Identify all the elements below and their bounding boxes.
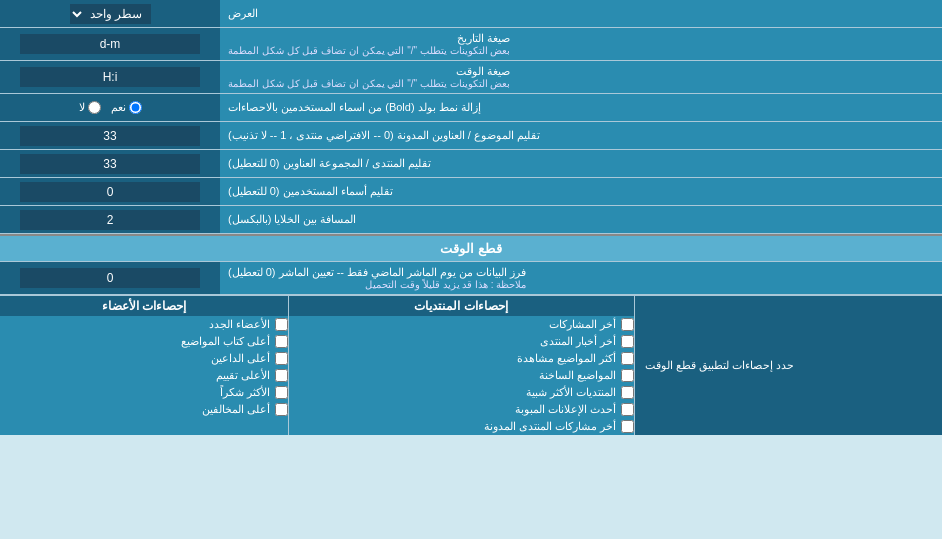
date-format-note: بعض التكوينات يتطلب "/" التي يمكن ان تضا… <box>228 45 510 56</box>
user-trim-input[interactable] <box>20 182 200 202</box>
checkbox-akhir-mosharkaat-montada-input[interactable] <box>621 420 634 433</box>
topic-order-text: تقليم الموضوع / العناوين المدونة (0 -- ا… <box>228 129 540 142</box>
cutoff-title: فرز البيانات من يوم الماشر الماضي فقط --… <box>228 266 526 279</box>
member-stats-header: إحصاءات الأعضاء <box>0 296 288 316</box>
checkbox-a3la-kotab-input[interactable] <box>275 335 288 348</box>
checkbox-a3la-mokhalifeen: أعلى المخالفين <box>0 401 288 418</box>
time-format-title: صيغة الوقت <box>228 65 510 78</box>
bold-remove-row: إزالة نمط بولد (Bold) من اسماء المستخدمي… <box>0 94 942 122</box>
checkbox-a3la-da3een-input[interactable] <box>275 352 288 365</box>
bold-remove-no-radio[interactable] <box>88 101 101 114</box>
bold-remove-yes-radio[interactable] <box>129 101 142 114</box>
display-title: العرض <box>228 7 258 20</box>
forum-order-label: تقليم المنتدى / المجموعة العناوين (0 للت… <box>220 150 942 177</box>
user-trim-label: تقليم أسماء المستخدمين (0 للتعطيل) <box>220 178 942 205</box>
member-stats-col: إحصاءات الأعضاء الأعضاء الجدد أعلى كتاب … <box>0 296 288 435</box>
checkbox-akthar-shokran-input[interactable] <box>275 386 288 399</box>
bold-remove-text: إزالة نمط بولد (Bold) من اسماء المستخدمي… <box>228 101 481 114</box>
checkbox-akhir-mosharkaat: أخر المشاركات <box>289 316 634 333</box>
time-format-input-container[interactable] <box>0 61 220 93</box>
cutoff-input[interactable] <box>20 268 200 288</box>
user-trim-input-container[interactable] <box>0 178 220 205</box>
checkbox-mawadee3-sakhena-input[interactable] <box>621 369 634 382</box>
checkbox-akhir-akhbar-input[interactable] <box>621 335 634 348</box>
cutoff-stats-label-text: حدد إحصاءات لتطبيق قطع الوقت <box>645 359 794 372</box>
checkbox-akthar-mawadee3-input[interactable] <box>621 352 634 365</box>
checkbox-a3daa-jodod: الأعضاء الجدد <box>0 316 288 333</box>
display-label: العرض <box>220 0 942 27</box>
time-format-label: صيغة الوقت بعض التكوينات يتطلب "/" التي … <box>220 61 942 93</box>
cell-spacing-input[interactable] <box>20 210 200 230</box>
date-format-title: صيغة التاريخ <box>228 32 510 45</box>
date-format-row: صيغة التاريخ بعض التكوينات يتطلب "/" الت… <box>0 28 942 61</box>
checkbox-a3la-taqeem-input[interactable] <box>275 369 288 382</box>
cutoff-row: فرز البيانات من يوم الماشر الماضي فقط --… <box>0 262 942 295</box>
cutoff-stats-label: حدد إحصاءات لتطبيق قطع الوقت <box>634 296 943 435</box>
checkbox-montadayat-akthar: المنتديات الأكثر شبية <box>289 384 634 401</box>
forum-order-text: تقليم المنتدى / المجموعة العناوين (0 للت… <box>228 157 431 170</box>
checkbox-ahdat-e3lanat: أحدث الإعلانات المبوبة <box>289 401 634 418</box>
date-format-label: صيغة التاريخ بعض التكوينات يتطلب "/" الت… <box>220 28 942 60</box>
display-select-container[interactable]: سطر واحد سطرين ثلاثة أسطر <box>0 0 220 27</box>
cell-spacing-input-container[interactable] <box>0 206 220 233</box>
forum-order-input-container[interactable] <box>0 150 220 177</box>
forum-stats-header: إحصاءات المنتديات <box>289 296 634 316</box>
checkbox-a3daa-jodod-input[interactable] <box>275 318 288 331</box>
checkbox-akhir-mosharkaat-montada: أخر مشاركات المنتدى المدونة <box>289 418 634 435</box>
checkbox-akhir-akhbar: أخر أخبار المنتدى <box>289 333 634 350</box>
topic-order-label: تقليم الموضوع / العناوين المدونة (0 -- ا… <box>220 122 942 149</box>
checkbox-a3la-kotab: أعلى كتاب المواضيع <box>0 333 288 350</box>
forum-stats-col: إحصاءات المنتديات أخر المشاركات أخر أخبا… <box>288 296 634 435</box>
cutoff-note: ملاحظة : هذا قد يزيد قليلاً وقت التحميل <box>228 279 526 290</box>
topic-order-input-container[interactable] <box>0 122 220 149</box>
topic-order-row: تقليم الموضوع / العناوين المدونة (0 -- ا… <box>0 122 942 150</box>
cell-spacing-row: المسافة بين الخلايا (بالبكسل) <box>0 206 942 234</box>
bold-remove-no-label[interactable]: لا <box>79 101 101 114</box>
checkbox-a3la-da3een: أعلى الداعين <box>0 350 288 367</box>
checkbox-akthar-mawadee3: أكثر المواضيع مشاهدة <box>289 350 634 367</box>
display-select[interactable]: سطر واحد سطرين ثلاثة أسطر <box>70 4 151 24</box>
date-format-input[interactable] <box>20 34 200 54</box>
cell-spacing-text: المسافة بين الخلايا (بالبكسل) <box>228 213 357 226</box>
cutoff-label: فرز البيانات من يوم الماشر الماضي فقط --… <box>220 262 942 294</box>
user-trim-text: تقليم أسماء المستخدمين (0 للتعطيل) <box>228 185 393 198</box>
user-trim-row: تقليم أسماء المستخدمين (0 للتعطيل) <box>0 178 942 206</box>
forum-order-row: تقليم المنتدى / المجموعة العناوين (0 للت… <box>0 150 942 178</box>
topic-order-input[interactable] <box>20 126 200 146</box>
main-container: العرض سطر واحد سطرين ثلاثة أسطر صيغة الت… <box>0 0 942 435</box>
bold-remove-yes-label[interactable]: نعم <box>111 101 142 114</box>
time-format-input[interactable] <box>20 67 200 87</box>
forum-order-input[interactable] <box>20 154 200 174</box>
bold-remove-radio-group: نعم لا <box>79 101 142 114</box>
time-format-note: بعض التكوينات يتطلب "/" التي يمكن ان تضا… <box>228 78 510 89</box>
bold-remove-radio-container[interactable]: نعم لا <box>0 94 220 121</box>
checkbox-akthar-shokran: الأكثر شكراً <box>0 384 288 401</box>
display-header-row: العرض سطر واحد سطرين ثلاثة أسطر <box>0 0 942 28</box>
checkbox-mawadee3-sakhena: المواضيع الساخنة <box>289 367 634 384</box>
date-format-input-container[interactable] <box>0 28 220 60</box>
checkbox-akhir-mosharkaat-input[interactable] <box>621 318 634 331</box>
bold-remove-label: إزالة نمط بولد (Bold) من اسماء المستخدمي… <box>220 94 942 121</box>
checkbox-montadayat-akthar-input[interactable] <box>621 386 634 399</box>
cutoff-input-container[interactable] <box>0 262 220 294</box>
checkbox-ahdat-e3lanat-input[interactable] <box>621 403 634 416</box>
checkbox-a3la-taqeem: الأعلى تقييم <box>0 367 288 384</box>
cutoff-section-title: قطع الوقت <box>440 241 502 256</box>
cell-spacing-label: المسافة بين الخلايا (بالبكسل) <box>220 206 942 233</box>
cutoff-section-header: قطع الوقت <box>0 234 942 262</box>
time-format-row: صيغة الوقت بعض التكوينات يتطلب "/" التي … <box>0 61 942 94</box>
checkboxes-outer: حدد إحصاءات لتطبيق قطع الوقت إحصاءات الم… <box>0 295 942 435</box>
checkbox-a3la-mokhalifeen-input[interactable] <box>275 403 288 416</box>
